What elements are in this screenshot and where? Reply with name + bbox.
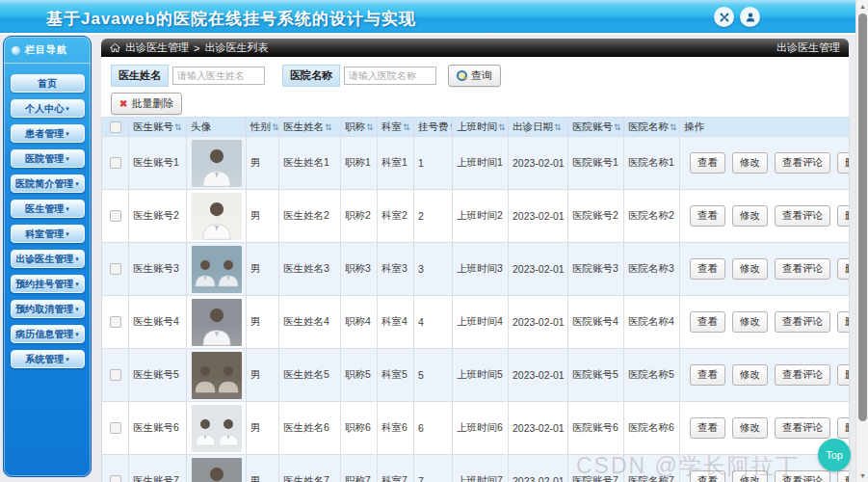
edit-button[interactable]: 修改 (732, 258, 768, 280)
doctor-name-cell: 医生姓名6 (279, 402, 341, 455)
medical-team-collage-photo (192, 246, 242, 293)
breadcrumb-section[interactable]: 出诊医生管理 (125, 40, 189, 55)
job-title-cell: 职称5 (341, 349, 378, 402)
sort-icon[interactable]: ⇅ (498, 122, 506, 132)
edit-button[interactable]: 修改 (732, 311, 768, 333)
sort-icon[interactable]: ⇅ (554, 122, 562, 132)
row-checkbox[interactable] (110, 316, 121, 328)
view-comments-button[interactable]: 查看评论 (775, 258, 830, 280)
delete-button[interactable]: 删除 (837, 258, 850, 280)
view-button[interactable]: 查看 (690, 470, 725, 482)
edit-button[interactable]: 修改 (732, 470, 768, 482)
job-title-cell: 职称2 (341, 190, 378, 243)
doctor-table: 医生账号⇅头像性别⇅医生姓名⇅职称⇅科室⇅挂号费⇅上班时间⇅出诊日期⇅医院账号⇅… (101, 117, 850, 482)
sidebar-item-5[interactable]: 医院简介管理▾ (11, 174, 85, 193)
hospital-name-input[interactable] (344, 67, 436, 85)
avatar-cell (187, 349, 247, 402)
doctor-account-cell: 医生账号5 (129, 349, 187, 402)
row-checkbox[interactable] (110, 157, 121, 169)
column-header: 头像 (187, 118, 247, 137)
view-button[interactable]: 查看 (690, 364, 725, 386)
sidebar-item-12[interactable]: 系统管理▾ (11, 350, 85, 368)
sidebar-item-6[interactable]: 医生管理▾ (11, 200, 85, 218)
fullscreen-toggle-button[interactable] (714, 7, 734, 27)
sort-icon[interactable]: ⇅ (366, 122, 374, 132)
view-comments-button[interactable]: 查看评论 (775, 205, 830, 227)
work-time-cell: 上班时间6 (453, 402, 509, 455)
fee-cell: 4 (414, 296, 453, 349)
sidebar-item-8[interactable]: 出诊医生管理▾ (11, 250, 85, 268)
visit-date-cell: 2023-02-01 (509, 455, 568, 482)
home-icon[interactable] (110, 42, 120, 53)
scroll-down-icon[interactable]: ▼ (856, 472, 868, 479)
sort-icon[interactable]: ⇅ (272, 122, 279, 132)
view-button[interactable]: 查看 (690, 205, 725, 227)
row-select-cell (102, 296, 129, 349)
sidebar-item-2[interactable]: 个人中心▾ (11, 99, 85, 118)
query-button[interactable]: 查询 (448, 65, 501, 87)
back-to-top-button[interactable]: Top (818, 439, 851, 471)
select-all-checkbox[interactable] (110, 121, 121, 133)
job-title-cell: 职称3 (341, 243, 378, 296)
sidebar-item-9[interactable]: 预约挂号管理▾ (11, 275, 85, 293)
gender-cell: 男 (247, 190, 279, 243)
user-profile-button[interactable] (740, 7, 760, 27)
edit-button[interactable]: 修改 (732, 152, 768, 174)
sidebar-item-3[interactable]: 患者管理▾ (11, 124, 85, 143)
sidebar-item-label: 预约取消管理 (15, 303, 73, 316)
view-button[interactable]: 查看 (690, 258, 725, 280)
sidebar-item-label: 医院管理 (25, 152, 64, 166)
view-comments-button[interactable]: 查看评论 (775, 470, 830, 482)
delete-button[interactable]: 删除 (837, 417, 850, 439)
sort-icon[interactable]: ⇅ (325, 122, 332, 132)
row-checkbox[interactable] (110, 422, 121, 434)
view-button[interactable]: 查看 (690, 417, 725, 439)
dropdown-caret-icon: ▾ (66, 356, 69, 363)
visit-date-cell: 2023-02-01 (509, 402, 568, 455)
delete-button[interactable]: 删除 (837, 364, 850, 386)
row-checkbox[interactable] (110, 210, 121, 222)
table-row: 医生账号5 男医生姓名5职称5科室55上班时间52023-02-01医院账号5医… (102, 349, 850, 402)
delete-button[interactable]: 删除 (837, 152, 850, 174)
scrollbar-thumb[interactable] (858, 13, 867, 421)
sidebar-item-10[interactable]: 预约取消管理▾ (11, 300, 85, 318)
sidebar-item-11[interactable]: 病历信息管理▾ (11, 325, 85, 343)
view-comments-button[interactable]: 查看评论 (775, 417, 830, 439)
sidebar-item-1[interactable]: 首页 (11, 74, 85, 93)
edit-button[interactable]: 修改 (732, 205, 768, 227)
view-button[interactable]: 查看 (690, 311, 725, 333)
row-checkbox[interactable] (110, 475, 121, 482)
column-header: 科室⇅ (378, 118, 414, 137)
column-header-label: 操作 (684, 120, 704, 132)
view-comments-button[interactable]: 查看评论 (775, 152, 830, 174)
column-header-label: 医生姓名 (283, 120, 324, 132)
department-cell: 科室4 (378, 296, 414, 349)
column-header: 出诊日期⇅ (509, 118, 568, 137)
doctor-account-cell: 医生账号4 (129, 296, 187, 349)
delete-button[interactable]: 删除 (837, 470, 850, 482)
sort-icon[interactable]: ⇅ (174, 122, 182, 132)
edit-button[interactable]: 修改 (732, 417, 768, 439)
doctor-account-cell: 医生账号6 (129, 402, 187, 455)
row-checkbox[interactable] (110, 369, 121, 381)
delete-button[interactable]: 删除 (837, 205, 850, 227)
view-comments-button[interactable]: 查看评论 (775, 364, 830, 386)
sort-icon[interactable]: ⇅ (403, 122, 410, 132)
edit-button[interactable]: 修改 (732, 364, 768, 386)
sort-icon[interactable]: ⇅ (614, 122, 621, 132)
view-button[interactable]: 查看 (690, 152, 725, 174)
scroll-up-icon[interactable]: ▲ (856, 3, 868, 10)
sidebar-item-label: 科室管理 (25, 228, 64, 241)
sort-icon[interactable]: ⇅ (670, 122, 677, 132)
action-buttons: 查看修改查看评论删除 (684, 152, 845, 174)
doctor-name-input[interactable] (172, 67, 265, 85)
sidebar-item-7[interactable]: 科室管理▾ (11, 225, 85, 243)
page-scrollbar[interactable]: ▲ ▼ (855, 0, 868, 482)
batch-delete-button[interactable]: ✖ 批量删除 (111, 93, 182, 115)
sidebar-item-4[interactable]: 医院管理▾ (11, 149, 85, 168)
actions-cell: 查看修改查看评论删除 (680, 137, 850, 190)
hospital-name-cell: 医院名称3 (624, 243, 680, 296)
view-comments-button[interactable]: 查看评论 (775, 311, 830, 333)
delete-button[interactable]: 删除 (837, 311, 850, 333)
row-checkbox[interactable] (110, 263, 121, 275)
